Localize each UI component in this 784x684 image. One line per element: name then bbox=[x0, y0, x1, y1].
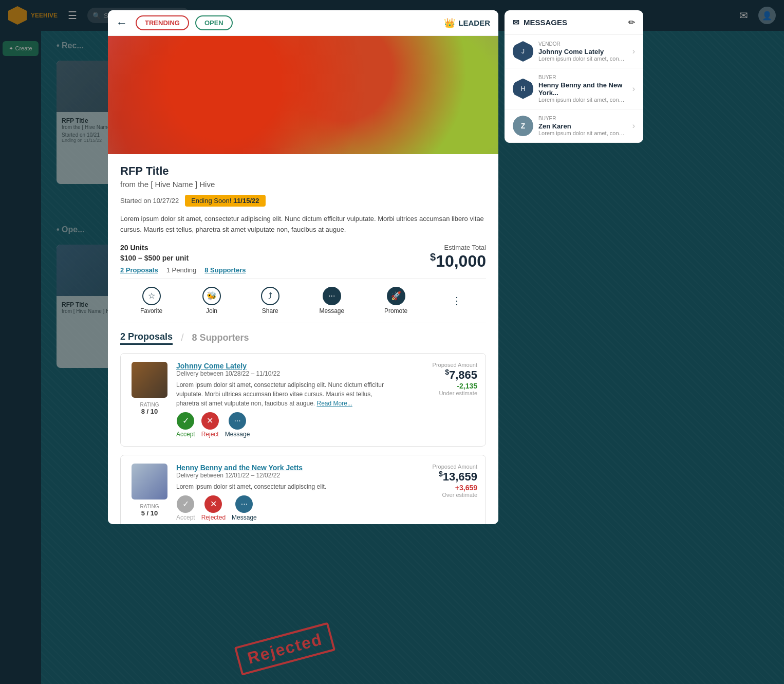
msg-avatar-3: Z bbox=[513, 116, 533, 136]
modal-hero-image bbox=[108, 36, 498, 154]
reject-icon-2: ✕ bbox=[204, 495, 222, 513]
modal-header: ← TRENDING OPEN 👑 LEADER bbox=[108, 10, 498, 36]
ending-soon-text: Ending Soon! bbox=[191, 197, 231, 205]
action-share[interactable]: ⤴ Share bbox=[261, 287, 279, 315]
vendor-1-name[interactable]: Johnny Come Lately bbox=[176, 362, 389, 370]
msg-role-2: BUYER bbox=[538, 75, 627, 80]
vendor-2-name[interactable]: Henny Benny and the New York Jetts bbox=[176, 464, 389, 472]
messages-title-text: MESSAGES bbox=[524, 18, 567, 27]
message-label: Message bbox=[319, 307, 344, 315]
join-icon: 🐝 bbox=[202, 287, 221, 305]
proposal-2-actions: ✓ Accept ✕ Rejected ··· Message bbox=[176, 495, 389, 521]
proposal-card-2: RATING 5 / 10 Henny Benny and the New Yo… bbox=[120, 455, 486, 524]
action-join[interactable]: 🐝 Join bbox=[202, 287, 221, 315]
action-row: ☆ Favorite 🐝 Join ⤴ Share ··· Message 🚀 … bbox=[120, 278, 486, 323]
favorite-icon: ☆ bbox=[142, 287, 161, 305]
message-item-2[interactable]: H BUYER Henny Benny and the New York... … bbox=[505, 68, 643, 109]
reject-button-2[interactable]: ✕ Rejected bbox=[201, 495, 226, 521]
section-tabs: 2 Proposals / 8 Supporters bbox=[120, 331, 486, 345]
accept-button-2[interactable]: ✓ Accept bbox=[176, 495, 195, 521]
action-promote[interactable]: 🚀 Promote bbox=[384, 287, 407, 315]
estimate-label: Estimate Total bbox=[430, 244, 486, 251]
crown-icon: 👑 bbox=[444, 17, 455, 29]
msg-avatar-hex-2: H bbox=[513, 79, 533, 99]
msg-role-1: VENDOR bbox=[538, 41, 627, 47]
msg-preview-2: Lorem ipsum dolor sit amet, consectetur … bbox=[538, 97, 627, 103]
date-row: Started on 10/27/22 Ending Soon! 11/15/2… bbox=[120, 195, 486, 207]
msg-chevron-1: › bbox=[632, 47, 635, 56]
tab-open[interactable]: OPEN bbox=[195, 15, 233, 30]
proposals-link[interactable]: 2 Proposals bbox=[120, 266, 158, 274]
accept-icon-2: ✓ bbox=[177, 495, 194, 513]
message-item-3[interactable]: Z BUYER Zen Karen Lorem ipsum dolor sit … bbox=[505, 109, 643, 143]
accept-button-1[interactable]: ✓ Accept bbox=[176, 412, 195, 438]
promote-icon: 🚀 bbox=[387, 287, 405, 305]
msg-chevron-2: › bbox=[632, 84, 635, 94]
diff-value-2: +3,659 bbox=[395, 484, 477, 492]
rfp-title: RFP Title bbox=[120, 164, 486, 178]
accept-icon-1: ✓ bbox=[177, 412, 194, 430]
proposal-card-1: RATING 8 / 10 Johnny Come Lately Deliver… bbox=[120, 353, 486, 447]
message-icon-1: ··· bbox=[229, 412, 246, 430]
share-label: Share bbox=[262, 307, 278, 315]
ending-date: 11/15/22 bbox=[233, 197, 259, 205]
back-button[interactable]: ← bbox=[116, 16, 127, 30]
vendor-1-description: Lorem ipsum dolor sit amet, consectetur … bbox=[176, 380, 389, 408]
message-icon: ··· bbox=[323, 287, 341, 305]
messages-title: ✉ MESSAGES bbox=[513, 18, 567, 27]
rfp-modal: ← TRENDING OPEN 👑 LEADER RFP Title from … bbox=[108, 10, 498, 524]
join-label: Join bbox=[206, 307, 217, 315]
proposal-2-amount: Proposed Amount $13,659 +3,659 Over esti… bbox=[395, 464, 477, 498]
messages-edit-icon[interactable]: ✏ bbox=[628, 17, 635, 27]
more-options-button[interactable]: ⋮ bbox=[447, 290, 466, 311]
favorite-label: Favorite bbox=[140, 307, 162, 315]
vendor-2-rating: RATING 5 / 10 bbox=[140, 504, 159, 517]
message-item-1[interactable]: J VENDOR Johnny Come Lately Lorem ipsum … bbox=[505, 35, 643, 68]
reject-button-1[interactable]: ✕ Reject bbox=[201, 412, 219, 438]
vendor-1-image bbox=[132, 362, 167, 398]
message-button-2[interactable]: ··· Message bbox=[232, 495, 257, 521]
read-more-1[interactable]: Read More... bbox=[317, 400, 352, 407]
proposal-1-main: Johnny Come Lately Delivery between 10/2… bbox=[176, 362, 389, 438]
leader-badge: 👑 LEADER bbox=[444, 17, 490, 29]
tab-supporters[interactable]: 8 Supporters bbox=[192, 332, 249, 343]
msg-name-2: Henny Benny and the New York... bbox=[538, 81, 627, 97]
action-favorite[interactable]: ☆ Favorite bbox=[140, 287, 162, 315]
proposal-2-main: Henny Benny and the New York Jetts Deliv… bbox=[176, 464, 389, 521]
rfp-stats-left: 20 Units $100 – $500 per unit 2 Proposal… bbox=[120, 244, 246, 274]
rfp-description: Lorem ipsum dolor sit amet, consectetur … bbox=[120, 214, 486, 235]
tab-trending[interactable]: TRENDING bbox=[136, 15, 189, 30]
vendor-2-image bbox=[132, 464, 167, 500]
proposed-label-2: Proposed Amount bbox=[395, 464, 477, 470]
msg-preview-1: Lorem ipsum dolor sit amet, consectetur … bbox=[538, 56, 627, 62]
reject-icon-1: ✕ bbox=[201, 412, 219, 430]
modal-body: RFP Title from the [ Hive Name ] Hive St… bbox=[108, 154, 498, 524]
estimate-block: Estimate Total $10,000 bbox=[430, 244, 486, 271]
tab-proposals[interactable]: 2 Proposals bbox=[120, 331, 173, 345]
msg-role-3: BUYER bbox=[538, 116, 627, 121]
estimate-amount: $10,000 bbox=[430, 251, 486, 271]
msg-content-2: BUYER Henny Benny and the New York... Lo… bbox=[538, 75, 627, 103]
action-message[interactable]: ··· Message bbox=[319, 287, 344, 315]
vendor-1-rating: RATING 8 / 10 bbox=[140, 402, 159, 415]
msg-preview-3: Lorem ipsum dolor sit amet, consectetur … bbox=[538, 130, 627, 136]
message-icon-2: ··· bbox=[235, 495, 253, 513]
proposed-value-1: $7,865 bbox=[395, 368, 477, 382]
supporters-link[interactable]: 8 Supporters bbox=[204, 266, 246, 274]
vendor-2-description: Lorem ipsum dolor sit amet, consectetur … bbox=[176, 482, 389, 491]
vendor-1-delivery: Delivery between 10/28/22 – 11/10/22 bbox=[176, 370, 389, 377]
message-button-1[interactable]: ··· Message bbox=[225, 412, 250, 438]
diff-label-2: Over estimate bbox=[395, 492, 477, 498]
msg-avatar-2: H bbox=[513, 79, 533, 99]
msg-avatar-1: J bbox=[513, 41, 533, 62]
leader-label: LEADER bbox=[458, 19, 490, 27]
ending-badge: Ending Soon! 11/15/22 bbox=[185, 195, 265, 207]
share-icon: ⤴ bbox=[261, 287, 279, 305]
promote-label: Promote bbox=[384, 307, 407, 315]
estimate-dollar: $ bbox=[430, 251, 436, 263]
diff-value-1: -2,135 bbox=[395, 382, 477, 390]
msg-chevron-3: › bbox=[632, 121, 635, 131]
msg-avatar-circle-3: Z bbox=[513, 116, 533, 136]
msg-name-1: Johnny Come Lately bbox=[538, 48, 627, 56]
proposals-row: 2 Proposals 1 Pending 8 Supporters bbox=[120, 266, 246, 274]
